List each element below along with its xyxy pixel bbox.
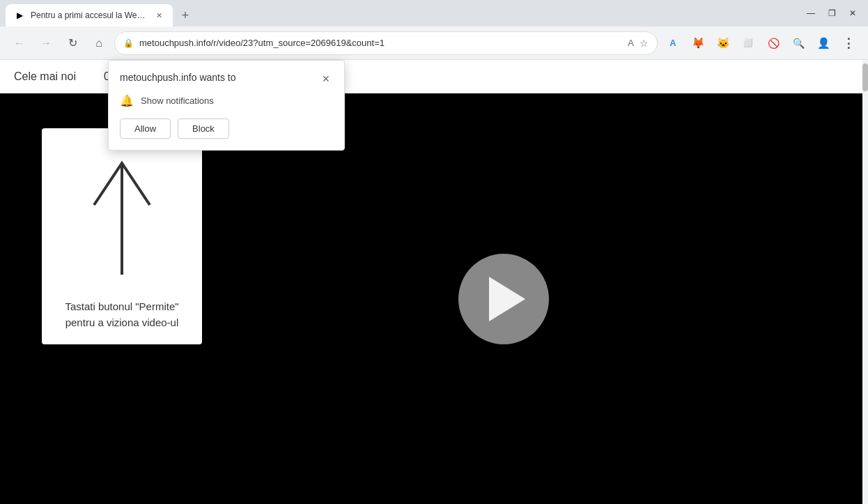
close-button[interactable]: ✕ — [843, 3, 862, 23]
play-button[interactable] — [458, 254, 549, 344]
menu-button[interactable]: ⋮ — [837, 32, 860, 54]
browser-frame: ▶ Pentru a primi accesul la Web-si ✕ + —… — [0, 0, 868, 504]
ext-block-button[interactable]: 🚫 — [762, 32, 784, 54]
minimize-button[interactable]: — — [801, 3, 821, 23]
active-tab[interactable]: ▶ Pentru a primi accesul la Web-si ✕ — [6, 4, 173, 26]
arrow-icon — [87, 149, 157, 291]
reload-button[interactable]: ↻ — [61, 32, 84, 54]
profile-button[interactable]: 👤 — [812, 32, 835, 54]
ext-square-button[interactable]: ⬜ — [737, 32, 759, 54]
popup-title: metouchpush.info wants to — [120, 72, 236, 83]
instruction-card: Tastati butonul "Permite" pentru a vizio… — [42, 128, 202, 344]
new-tab-button[interactable]: + — [176, 6, 195, 25]
scrollbar-thumb[interactable] — [862, 63, 868, 91]
popup-permission-row: 🔔 Show notifications — [120, 94, 333, 107]
tab-favicon: ▶ — [14, 10, 25, 21]
bell-icon: 🔔 — [120, 94, 134, 107]
header-left-label: Cele mai noi — [14, 70, 76, 83]
permission-text: Show notifications — [141, 96, 214, 106]
instruction-text: Tastati butonul "Permite" pentru a vizio… — [65, 299, 178, 330]
address-bar[interactable]: 🔒 metouchpush.info/r/video/23?utm_source… — [114, 31, 658, 55]
play-triangle-icon — [489, 277, 525, 321]
popup-header: metouchpush.info wants to ✕ — [120, 72, 333, 86]
window-controls: — ❐ ✕ — [801, 3, 862, 23]
translate-icon[interactable]: A — [628, 38, 634, 48]
tab-close-button[interactable]: ✕ — [153, 10, 164, 21]
scrollbar[interactable] — [862, 60, 868, 504]
url-text: metouchpush.info/r/video/23?utm_source=2… — [139, 38, 622, 48]
ext-cat-button[interactable]: 🐱 — [712, 32, 734, 54]
back-button[interactable]: ← — [8, 32, 31, 54]
ext-translate-button[interactable]: A — [662, 32, 684, 54]
lock-icon: 🔒 — [123, 38, 134, 48]
popup-buttons: Allow Block — [120, 119, 333, 139]
ext-fox-button[interactable]: 🦊 — [687, 32, 709, 54]
popup-close-button[interactable]: ✕ — [319, 72, 333, 86]
video-area: Tastati butonul "Permite" pentru a vizio… — [0, 93, 868, 504]
navigation-bar: ← → ↻ ⌂ 🔒 metouchpush.info/r/video/23?ut… — [0, 26, 868, 60]
block-button[interactable]: Block — [178, 119, 229, 139]
home-button[interactable]: ⌂ — [88, 32, 110, 54]
maximize-button[interactable]: ❐ — [822, 3, 842, 23]
tab-title: Pentru a primi accesul la Web-si — [31, 10, 148, 20]
ext-search-button[interactable]: 🔍 — [787, 32, 809, 54]
notification-popup: metouchpush.info wants to ✕ 🔔 Show notif… — [108, 60, 345, 151]
forward-button[interactable]: → — [35, 32, 57, 54]
bookmark-icon[interactable]: ☆ — [640, 38, 649, 49]
extensions-area: A 🦊 🐱 ⬜ 🚫 🔍 👤 ⋮ — [662, 32, 860, 54]
allow-button[interactable]: Allow — [120, 119, 171, 139]
